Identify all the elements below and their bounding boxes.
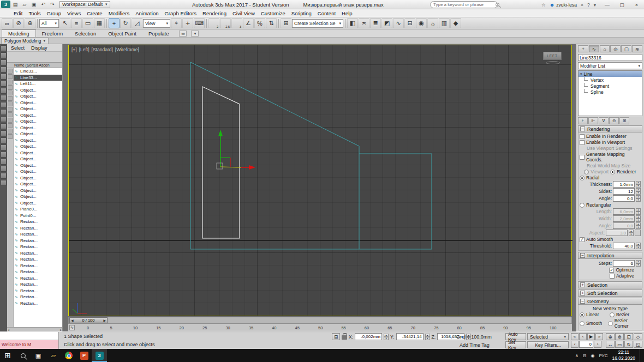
- viewport-menu-shading[interactable]: [Wireframe]: [115, 47, 139, 52]
- favorites-star-icon[interactable]: ☆: [541, 2, 546, 8]
- side-strip-icon[interactable]: [1, 67, 7, 73]
- enable-in-viewport-checkbox[interactable]: Enable In Viewport: [580, 140, 641, 145]
- menu-item-scripting[interactable]: Scripting: [289, 10, 314, 16]
- explorer-filter-icon[interactable]: [8, 118, 13, 123]
- enable-in-renderer-checkbox[interactable]: Enable In Renderer: [580, 134, 641, 139]
- track-bar[interactable]: ∿ 05101520253035404550556065707580859095…: [68, 324, 572, 331]
- sign-in-button[interactable]: ☻ zvuki-lesa: [550, 2, 577, 8]
- powerpoint-button[interactable]: P: [76, 349, 92, 362]
- modify-tab-icon[interactable]: ∿: [589, 45, 599, 52]
- y-coordinate-field[interactable]: -34421,14: [396, 333, 424, 340]
- sides-value[interactable]: 12: [613, 188, 635, 195]
- viewcube-face-label[interactable]: LEFT: [543, 52, 562, 60]
- modifier-list-dropdown[interactable]: Modifier List ▾: [578, 62, 642, 69]
- list-item[interactable]: ∿Object...: [14, 162, 62, 169]
- show-desktop-button[interactable]: [640, 349, 642, 362]
- help-search-box[interactable]: [430, 1, 498, 8]
- explorer-filter-icon[interactable]: [8, 134, 13, 139]
- angle-snap-icon[interactable]: ∠: [243, 18, 254, 28]
- mini-curve-editor-icon[interactable]: ∿: [69, 325, 75, 330]
- gizmo-center-box[interactable]: [217, 163, 223, 169]
- list-item[interactable]: ∿Rectan...: [14, 238, 62, 244]
- lock-selection-icon[interactable]: [342, 333, 347, 340]
- render-production-icon[interactable]: ◆: [450, 18, 461, 28]
- time-slider-handle[interactable]: ◀ 0 / 100 ▶: [69, 317, 108, 323]
- rollout-interpolation-header[interactable]: − Interpolation: [578, 252, 642, 259]
- list-item[interactable]: ∿Rectan...: [14, 300, 62, 307]
- listener-macro-row[interactable]: Welcome to M: [0, 340, 58, 349]
- zoom-all-icon[interactable]: ⊛: [615, 333, 624, 340]
- spinner-arrows[interactable]: ▴▾: [636, 195, 641, 202]
- menu-item-edit[interactable]: Edit: [11, 10, 25, 16]
- align-icon[interactable]: ≍: [359, 18, 369, 28]
- search-input[interactable]: [433, 2, 493, 7]
- threshold-spinner[interactable]: Threshold:40,0▴▾: [580, 243, 641, 249]
- time-slider[interactable]: ◀ 0 / 100 ▶: [68, 317, 572, 324]
- explorer-filter-icon[interactable]: [8, 107, 13, 112]
- expand-icon[interactable]: +: [580, 291, 585, 295]
- spinner-arrows[interactable]: ▴▾: [636, 243, 641, 249]
- list-item[interactable]: ∿Rectan...: [14, 275, 62, 282]
- snap-toggle-25d-icon[interactable]: 2.5: [220, 18, 231, 28]
- previous-frame-icon[interactable]: ◀: [71, 318, 74, 322]
- menu-item-graph-editors[interactable]: Graph Editors: [162, 10, 199, 16]
- explorer-filter-icon[interactable]: [8, 101, 13, 106]
- menu-item-group[interactable]: Group: [44, 10, 64, 16]
- mirror-icon[interactable]: ◧: [347, 18, 358, 28]
- stack-item-spline[interactable]: Spline: [579, 89, 642, 95]
- list-item[interactable]: ∿Object...: [14, 118, 62, 125]
- edit-named-selection-sets-icon[interactable]: ⊞: [281, 18, 291, 28]
- object-name-field[interactable]: [578, 54, 642, 61]
- snap-toggle-3d-icon[interactable]: 3: [231, 18, 242, 28]
- list-item[interactable]: ∿Left11...: [14, 81, 62, 87]
- maximize-button[interactable]: ▢: [615, 0, 629, 9]
- list-item[interactable]: ∿Rectan...: [14, 231, 62, 238]
- zoom-icon[interactable]: ⊕: [606, 333, 615, 340]
- file-explorer-button[interactable]: ▱: [46, 349, 61, 362]
- thickness-spinner[interactable]: Thickness:1,0mm▴▾: [580, 181, 641, 188]
- select-by-name-icon[interactable]: ≡: [71, 18, 82, 28]
- rollout-soft-selection-header[interactable]: + Soft Selection: [578, 289, 642, 297]
- ribbon-options-icon[interactable]: ▾: [191, 31, 199, 37]
- side-strip-icon[interactable]: [1, 116, 7, 122]
- ribbon-tab-selection[interactable]: Selection: [69, 30, 102, 37]
- x-coordinate-field[interactable]: -0,002mm: [355, 333, 382, 340]
- ribbon-tab-object-paint[interactable]: Object Paint: [102, 30, 142, 37]
- pin-stack-icon[interactable]: ⊦: [578, 117, 588, 124]
- menu-item-animation[interactable]: Animation: [133, 10, 161, 16]
- list-item[interactable]: ∿Object...: [14, 125, 62, 131]
- steps-spinner[interactable]: Steps:6▴▾: [580, 260, 641, 267]
- previous-frame-button[interactable]: ‹: [579, 333, 587, 340]
- ribbon-tab-modeling[interactable]: Modeling: [2, 29, 36, 37]
- workspace-dropdown[interactable]: Workspace: Default ▾: [59, 1, 110, 8]
- bezier-corner-radio[interactable]: Bezier Corner: [608, 318, 641, 329]
- side-strip-icon[interactable]: [1, 173, 7, 179]
- list-item[interactable]: ∿Object...: [14, 194, 62, 200]
- reference-coordinate-dropdown[interactable]: View ▾: [143, 19, 170, 28]
- explorer-filter-icon[interactable]: [8, 90, 13, 95]
- viewport-menu-general[interactable]: [+]: [71, 47, 77, 52]
- list-item[interactable]: ∿Object...: [14, 150, 62, 156]
- select-and-rotate-icon[interactable]: ↻: [120, 18, 131, 28]
- stack-item-vertex[interactable]: Vertex: [579, 77, 642, 83]
- list-item[interactable]: ∿Object...: [14, 131, 62, 137]
- spinner-arrows[interactable]: ▴▾: [425, 334, 430, 340]
- maximize-viewport-icon[interactable]: ◱: [634, 341, 642, 348]
- use-pivot-center-icon[interactable]: ⌖: [171, 18, 182, 28]
- field-of-view-icon[interactable]: ◇: [634, 333, 642, 340]
- list-item[interactable]: ∿Rectan...: [14, 288, 62, 294]
- pan-icon[interactable]: ↔: [606, 341, 615, 348]
- schematic-view-icon[interactable]: ⊟: [404, 18, 415, 28]
- tray-icon-b[interactable]: ◉: [591, 353, 594, 358]
- select-and-manipulate-icon[interactable]: ∔: [182, 18, 193, 28]
- viewport-menu-pov[interactable]: [Left]: [79, 47, 90, 52]
- side-strip-icon[interactable]: [1, 59, 7, 65]
- go-to-end-button[interactable]: »: [595, 333, 603, 340]
- side-strip-icon[interactable]: [1, 81, 7, 87]
- close-small-icon[interactable]: ×: [581, 2, 583, 8]
- language-indicator[interactable]: РУС: [599, 353, 607, 358]
- wall-profile-spline[interactable]: [190, 62, 432, 249]
- side-strip-icon[interactable]: [1, 95, 7, 101]
- start-button[interactable]: ⊞: [0, 349, 15, 362]
- taskbar-search-button[interactable]: [15, 349, 31, 362]
